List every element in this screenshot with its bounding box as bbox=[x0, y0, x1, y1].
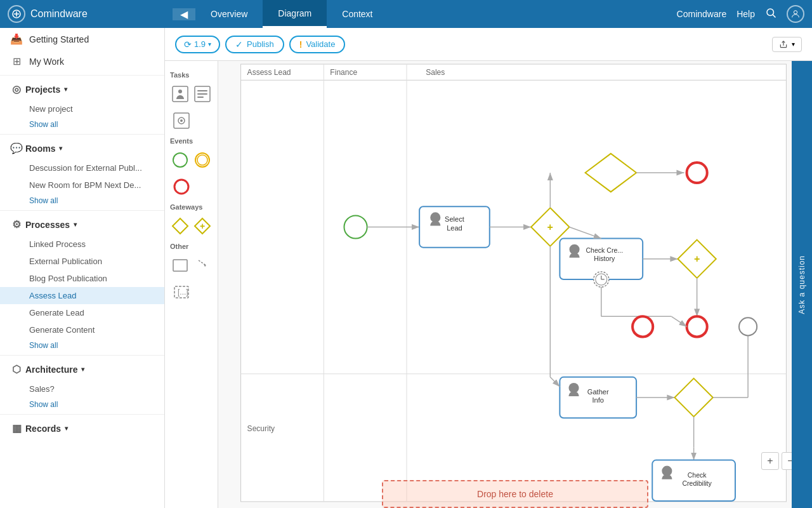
toolbar: ⟳ 1.9 ▾ ✓ Publish ! Validate ▾ bbox=[165, 28, 812, 61]
records-icon: ▦ bbox=[10, 422, 23, 434]
palette-annotation[interactable] bbox=[193, 254, 213, 277]
svg-text:+: + bbox=[547, 221, 553, 232]
rooms-label: Rooms bbox=[25, 144, 55, 154]
palette-script-task[interactable] bbox=[193, 83, 213, 105]
share-button[interactable]: ▾ bbox=[772, 37, 802, 52]
version-selector[interactable]: ⟳ 1.9 ▾ bbox=[175, 36, 220, 53]
palette-other-label: Other bbox=[170, 243, 213, 250]
sidebar-item-blog-post[interactable]: Blog Post Publication bbox=[0, 270, 164, 287]
svg-text:[...]: [...] bbox=[178, 288, 188, 297]
zoom-in-button[interactable]: + bbox=[761, 452, 779, 470]
palette-events-label: Events bbox=[170, 137, 213, 145]
palette-intermediate-event[interactable] bbox=[193, 149, 213, 171]
user-avatar[interactable] bbox=[787, 5, 804, 23]
back-button[interactable]: ◀ bbox=[173, 8, 195, 20]
palette-end-event[interactable] bbox=[170, 175, 193, 198]
projects-icon: ◎ bbox=[10, 83, 23, 95]
svg-text:History: History bbox=[594, 255, 615, 262]
svg-text:+: + bbox=[200, 221, 205, 231]
svg-rect-9 bbox=[197, 90, 207, 91]
sidebar-item-assess-lead[interactable]: Assess Lead bbox=[0, 287, 164, 304]
architecture-icon: ⬡ bbox=[10, 363, 23, 375]
diagram-canvas[interactable]: Assess Lead Finance Sales Security bbox=[218, 61, 812, 508]
rooms-show-all[interactable]: Show all bbox=[0, 194, 164, 208]
palette-tasks-label: Tasks bbox=[170, 71, 213, 79]
share-icon bbox=[779, 40, 788, 49]
palette-events-row2 bbox=[170, 175, 213, 198]
palette: Tasks bbox=[165, 61, 218, 508]
palette-tasks-row2 bbox=[170, 109, 213, 132]
nav-tabs: Overview Diagram Context bbox=[195, 0, 677, 28]
sidebar-item-sales[interactable]: Sales? bbox=[0, 380, 164, 398]
sidebar-section-processes[interactable]: ⚙ Processes ▾ bbox=[0, 213, 164, 236]
projects-caret-icon: ▾ bbox=[64, 86, 67, 93]
divider-1 bbox=[0, 75, 164, 76]
help-link[interactable]: Help bbox=[737, 9, 755, 19]
search-icon[interactable] bbox=[765, 7, 776, 21]
tab-context[interactable]: Context bbox=[327, 0, 388, 28]
svg-text:+: + bbox=[694, 253, 700, 264]
svg-text:Finance: Finance bbox=[330, 68, 357, 77]
svg-point-7 bbox=[178, 90, 182, 93]
ask-question-panel[interactable]: Ask a question bbox=[792, 61, 812, 508]
tab-diagram[interactable]: Diagram bbox=[263, 0, 327, 28]
palette-service-task[interactable] bbox=[170, 109, 193, 132]
svg-line-4 bbox=[773, 15, 775, 17]
svg-text:Security: Security bbox=[247, 424, 275, 433]
sidebar-item-generate-lead[interactable]: Generate Lead bbox=[0, 304, 164, 321]
drop-zone[interactable]: Drop here to delete bbox=[382, 480, 648, 508]
sidebar-item-external-publication[interactable]: External Publication bbox=[0, 253, 164, 270]
palette-pool[interactable] bbox=[170, 254, 190, 277]
sidebar-item-new-room[interactable]: New Room for BPM Next De... bbox=[0, 177, 164, 194]
processes-caret-icon: ▾ bbox=[74, 221, 77, 228]
sidebar-item-my-work[interactable]: ⊞ My Work bbox=[0, 50, 164, 72]
palette-user-task[interactable] bbox=[170, 83, 190, 105]
tab-overview[interactable]: Overview bbox=[195, 0, 263, 28]
sidebar-item-linked-process[interactable]: Linked Process bbox=[0, 236, 164, 253]
projects-show-all[interactable]: Show all bbox=[0, 117, 164, 131]
svg-line-23 bbox=[199, 260, 206, 265]
end-event-1 bbox=[687, 163, 707, 183]
main-layout: 📥 Getting Started ⊞ My Work ◎ Projects ▾… bbox=[0, 28, 812, 508]
palette-tasks-row1 bbox=[170, 83, 213, 105]
sidebar-item-getting-started[interactable]: 📥 Getting Started bbox=[0, 28, 164, 50]
records-caret-icon: ▾ bbox=[65, 425, 68, 432]
sidebar-section-projects[interactable]: ◎ Projects ▾ bbox=[0, 78, 164, 100]
processes-show-all[interactable]: Show all bbox=[0, 338, 164, 352]
palette-parallel-gateway[interactable]: + bbox=[193, 215, 213, 237]
sidebar-item-new-project[interactable]: New project bbox=[0, 100, 164, 117]
start-event bbox=[344, 215, 367, 238]
share-caret-icon: ▾ bbox=[792, 41, 795, 48]
sidebar-item-discussion[interactable]: Descussion for External Publ... bbox=[0, 159, 164, 177]
architecture-caret-icon: ▾ bbox=[81, 366, 84, 373]
palette-exclusive-gateway[interactable] bbox=[170, 215, 190, 237]
logo-icon bbox=[8, 5, 25, 23]
svg-point-18 bbox=[174, 180, 188, 194]
palette-gateways-row1: + bbox=[170, 215, 213, 237]
svg-point-3 bbox=[767, 9, 774, 16]
validate-button[interactable]: ! Validate bbox=[289, 36, 346, 53]
rooms-caret-icon: ▾ bbox=[59, 145, 62, 152]
architecture-label: Architecture bbox=[25, 364, 77, 375]
sidebar-section-rooms[interactable]: 💬 Rooms ▾ bbox=[0, 137, 164, 159]
svg-text:Info: Info bbox=[593, 396, 604, 404]
palette-start-event[interactable] bbox=[170, 149, 190, 171]
svg-text:Gather: Gather bbox=[587, 388, 609, 396]
svg-point-15 bbox=[173, 153, 187, 167]
records-label: Records bbox=[25, 424, 61, 434]
publish-button[interactable]: ✓ Publish bbox=[225, 36, 284, 53]
sidebar-section-records[interactable]: ▦ Records ▾ bbox=[0, 417, 164, 439]
validate-label: Validate bbox=[306, 39, 335, 49]
architecture-show-all[interactable]: Show all bbox=[0, 398, 164, 411]
processes-icon: ⚙ bbox=[10, 218, 23, 231]
my-work-icon: ⊞ bbox=[10, 55, 23, 67]
end-event-3 bbox=[632, 316, 653, 337]
brand-label: Comindware bbox=[677, 9, 727, 19]
sidebar-item-generate-content[interactable]: Generate Content bbox=[0, 321, 164, 338]
sidebar-section-architecture[interactable]: ⬡ Architecture ▾ bbox=[0, 358, 164, 380]
divider-3 bbox=[0, 210, 164, 211]
palette-text-annotation[interactable]: [...] bbox=[170, 281, 193, 304]
svg-text:Sales: Sales bbox=[426, 68, 445, 77]
publish-icon: ✓ bbox=[235, 39, 243, 50]
app-name: Comindware bbox=[30, 8, 88, 20]
